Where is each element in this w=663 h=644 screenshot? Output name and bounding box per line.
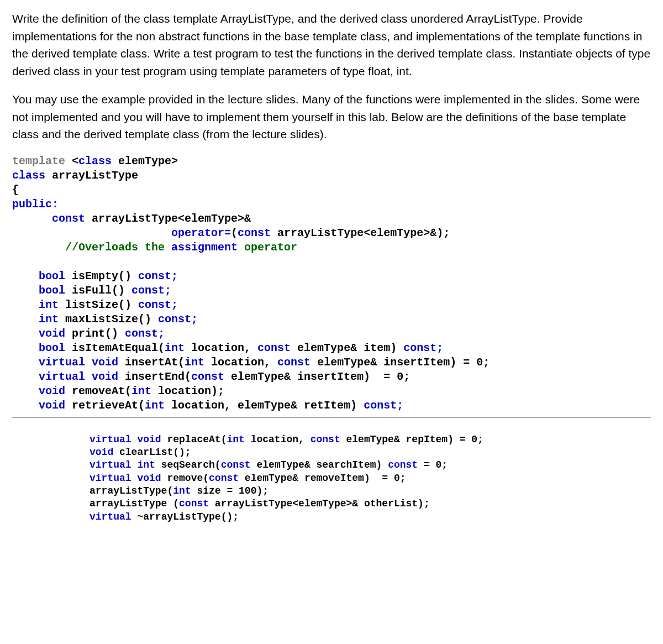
code-token: public:: [12, 198, 59, 211]
code-token: void: [90, 447, 113, 458]
code-token: int: [185, 356, 204, 369]
code-token: class: [12, 169, 45, 182]
code-token: insertAt(: [118, 356, 185, 369]
code-token: const;: [158, 313, 198, 326]
code-token: replaceAt(: [161, 434, 227, 445]
code-token: const;: [125, 327, 165, 340]
code-token: const: [257, 342, 291, 354]
code-block-2: virtual void replaceAt(int location, con…: [12, 433, 651, 524]
code-token: const: [238, 227, 271, 239]
code-token: {: [12, 184, 19, 196]
code-token: isItemAtEqual(: [65, 342, 165, 354]
code-token: insertEnd(: [118, 370, 191, 383]
code-token: isFull(): [65, 284, 131, 297]
code-token: removeAt(: [65, 385, 131, 397]
code-token: print(): [65, 327, 125, 340]
code-token: operator=: [171, 227, 231, 239]
code-token: isEmpty(): [65, 270, 138, 282]
code-token: void: [12, 399, 65, 412]
code-token: (: [231, 227, 238, 239]
code-token: seqSearch(: [155, 459, 221, 470]
code-token: location);: [151, 385, 224, 397]
code-token: [12, 241, 65, 254]
code-token: int: [227, 434, 244, 445]
code-token: <: [65, 155, 78, 167]
code-token: const: [277, 356, 311, 369]
code-token: retrieveAt(: [65, 399, 145, 412]
code-token: void: [12, 385, 65, 397]
code-token: clearList();: [113, 447, 191, 458]
code-token: const: [388, 459, 418, 470]
code-token: const;: [138, 299, 178, 311]
code-token: template: [12, 155, 65, 167]
code-token: virtual void: [12, 356, 118, 369]
code-token: arrayListType (: [90, 498, 179, 509]
code-token: virtual void: [90, 473, 161, 484]
code-token: elemType& item): [291, 342, 403, 354]
code-token: void: [12, 327, 65, 340]
code-token: //Overloads the: [65, 241, 171, 254]
code-token: virtual void: [12, 370, 118, 383]
code-token: [12, 227, 171, 239]
code-token: virtual void: [90, 434, 161, 445]
code-token: assignment: [171, 241, 238, 254]
code-token: elemType& insertItem) = 0;: [311, 356, 490, 369]
code-token: elemType>: [112, 155, 178, 167]
code-token: arrayListType<elemType>&: [85, 212, 251, 225]
code-token: const: [12, 212, 85, 225]
code-token: const: [209, 473, 239, 484]
code-token: size = 100);: [191, 485, 269, 496]
code-token: location,: [245, 434, 311, 445]
code-token: operator: [238, 241, 297, 254]
code-token: int: [12, 299, 59, 311]
code-token: int: [165, 342, 185, 354]
code-token: elemType& repItem) = 0;: [340, 434, 483, 445]
code-token: const: [179, 498, 209, 509]
code-token: elemType& insertItem) = 0;: [224, 370, 410, 383]
code-token: int: [173, 485, 191, 496]
code-token: arrayListType<elemType>& otherList);: [209, 498, 430, 509]
code-token: const: [311, 434, 340, 445]
code-token: const;: [403, 342, 443, 354]
code-token: const;: [364, 399, 403, 412]
code-token: arrayListType<elemType>&);: [271, 227, 450, 239]
code-token: arrayListType: [45, 169, 138, 182]
code-token: const;: [131, 284, 171, 297]
code-token: bool: [12, 342, 65, 354]
horizontal-divider: [12, 417, 651, 418]
code-token: int: [131, 385, 151, 397]
code-token: maxListSize(): [59, 313, 158, 326]
code-token: int: [12, 313, 59, 326]
code-token: const;: [138, 270, 178, 282]
code-token: = 0;: [418, 459, 448, 470]
code-token: virtual int: [90, 459, 155, 470]
code-token: listSize(): [59, 299, 138, 311]
code-token: class: [78, 155, 112, 167]
code-block-1: template <class elemType> class arrayLis…: [12, 154, 651, 413]
prompt-paragraph-1: Write the definition of the class templa…: [12, 10, 651, 80]
code-token: location,: [185, 342, 257, 354]
code-token: elemType& searchItem): [251, 459, 388, 470]
code-token: const: [191, 370, 224, 383]
code-token: remove(: [161, 473, 209, 484]
prompt-paragraph-2: You may use the example provided in the …: [12, 91, 651, 143]
code-token: const: [221, 459, 251, 470]
code-token: location,: [204, 356, 277, 369]
code-token: int: [145, 399, 165, 412]
code-token: location, elemType& retItem): [165, 399, 364, 412]
code-token: bool: [12, 284, 65, 297]
code-token: virtual: [90, 511, 131, 522]
code-token: bool: [12, 270, 65, 282]
code-token: elemType& removeItem) = 0;: [239, 473, 406, 484]
code-token: arrayListType(: [90, 485, 173, 496]
code-token: ~arrayListType();: [131, 511, 239, 522]
